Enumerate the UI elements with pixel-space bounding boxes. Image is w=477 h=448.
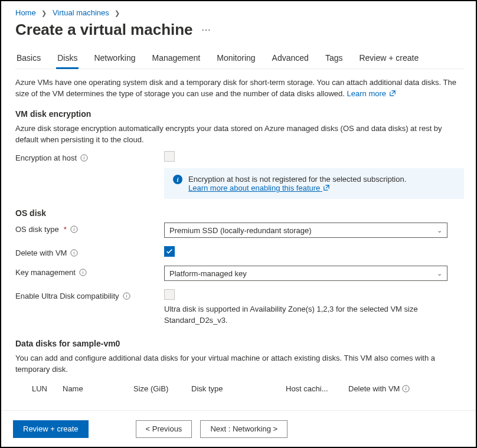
- col-header-type: Disk type: [191, 384, 286, 393]
- col-header-size: Size (GiB): [133, 384, 191, 393]
- review-create-button[interactable]: Review + create: [13, 420, 89, 438]
- ultra-disk-checkbox[interactable]: [164, 289, 175, 300]
- page-title: Create a virtual machine: [15, 21, 193, 39]
- svg-text:i: i: [73, 227, 75, 233]
- key-management-label: Key management: [15, 268, 76, 277]
- info-icon[interactable]: i: [79, 269, 87, 276]
- os-disk-type-value: Premium SSD (locally-redundant storage): [169, 226, 312, 235]
- tab-strip: Basics Disks Networking Management Monit…: [15, 50, 464, 69]
- svg-text:i: i: [74, 251, 76, 256]
- svg-text:i: i: [126, 294, 128, 299]
- encryption-desc: Azure disk storage encryption automatica…: [15, 123, 464, 146]
- os-disk-type-label: OS disk type: [15, 225, 59, 234]
- tab-management[interactable]: Management: [151, 50, 202, 68]
- section-title-datadisks: Data disks for sample-vm0: [15, 339, 464, 348]
- info-icon[interactable]: i: [70, 249, 78, 257]
- breadcrumb-item-home[interactable]: Home: [15, 8, 36, 17]
- info-icon[interactable]: i: [80, 154, 88, 162]
- svg-text:i: i: [83, 156, 85, 161]
- learn-more-label: Learn more: [347, 89, 386, 98]
- callout-text: Encryption at host is not registered for…: [188, 175, 406, 184]
- tab-tags[interactable]: Tags: [324, 50, 344, 68]
- tab-disks[interactable]: Disks: [56, 50, 79, 68]
- previous-button[interactable]: < Previous: [136, 420, 192, 438]
- wizard-footer: Review + create < Previous Next : Networ…: [1, 410, 476, 447]
- svg-text:i: i: [406, 387, 407, 392]
- col-header-lun: LUN: [15, 384, 63, 393]
- info-icon: i: [173, 175, 182, 184]
- learn-more-link[interactable]: Learn more: [347, 89, 396, 98]
- section-title-encryption: VM disk encryption: [15, 109, 464, 119]
- encryption-callout: i Encryption at host is not registered f…: [164, 168, 464, 199]
- tab-review[interactable]: Review + create: [358, 50, 420, 68]
- delete-with-vm-checkbox[interactable]: [164, 246, 175, 257]
- chevron-right-icon: ❯: [115, 9, 120, 17]
- info-icon[interactable]: i: [402, 385, 410, 393]
- ultra-disk-hint: Ultra disk is supported in Availability …: [164, 304, 447, 325]
- more-actions-button[interactable]: ⋯: [201, 24, 212, 35]
- col-header-name: Name: [63, 384, 133, 393]
- encryption-at-host-label: Encryption at host: [15, 153, 77, 162]
- callout-link-label: Learn more about enabling this feature: [188, 184, 320, 192]
- breadcrumb: Home ❯ Virtual machines ❯: [15, 8, 464, 17]
- encryption-at-host-checkbox[interactable]: [164, 151, 175, 162]
- datadisks-table-header: LUN Name Size (GiB) Disk type Host cachi…: [15, 381, 464, 397]
- external-link-icon: [390, 89, 396, 94]
- svg-text:i: i: [82, 270, 84, 276]
- breadcrumb-item-vms[interactable]: Virtual machines: [53, 8, 109, 17]
- info-icon[interactable]: i: [123, 292, 130, 300]
- intro-text: Azure VMs have one operating system disk…: [15, 77, 464, 100]
- tab-monitoring[interactable]: Monitoring: [215, 50, 256, 68]
- chevron-right-icon: ❯: [41, 9, 47, 17]
- chevron-down-icon: ⌄: [437, 270, 442, 277]
- col-header-cache: Host cachi...: [286, 384, 348, 393]
- callout-link[interactable]: Learn more about enabling this feature: [188, 184, 329, 192]
- os-disk-type-dropdown[interactable]: Premium SSD (locally-redundant storage) …: [164, 223, 447, 238]
- key-management-dropdown[interactable]: Platform-managed key ⌄: [164, 266, 447, 281]
- key-management-value: Platform-managed key: [169, 269, 247, 278]
- delete-with-vm-label: Delete with VM: [15, 248, 67, 257]
- info-icon[interactable]: i: [70, 225, 78, 233]
- required-star-icon: *: [64, 225, 67, 234]
- external-link-icon: [324, 184, 329, 189]
- chevron-down-icon: ⌄: [437, 227, 442, 234]
- tab-basics[interactable]: Basics: [15, 50, 42, 68]
- next-button[interactable]: Next : Networking >: [200, 420, 287, 438]
- tab-networking[interactable]: Networking: [93, 50, 136, 68]
- col-header-delete-label: Delete with VM: [348, 384, 400, 393]
- datadisks-desc: You can add and configure additional dat…: [15, 353, 464, 375]
- ultra-disk-label: Enable Ultra Disk compatibility: [15, 292, 119, 300]
- section-title-osdisk: OS disk: [15, 208, 464, 218]
- tab-advanced[interactable]: Advanced: [271, 50, 310, 68]
- col-header-delete: Delete with VM i: [348, 384, 437, 393]
